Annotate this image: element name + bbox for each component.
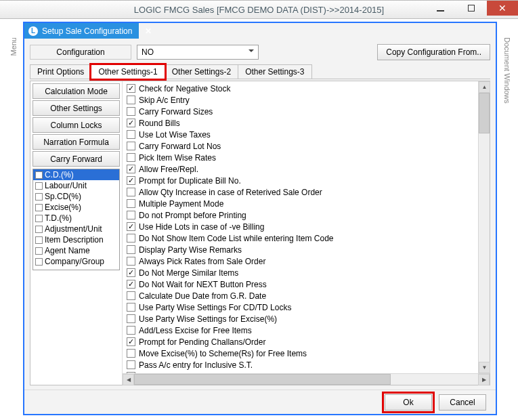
checklist-row[interactable]: Pick Item Wise Rates [127, 152, 488, 163]
checklist-row[interactable]: Allow Free/Repl. [127, 163, 488, 175]
checklist-row[interactable]: Use Hide Lots in case of -ve Billing [127, 221, 488, 232]
checklist-label: Use Party Wise Settings for Excise(%) [139, 314, 277, 324]
checkbox-icon[interactable] [127, 234, 135, 243]
checkbox-icon[interactable] [35, 182, 43, 190]
carry-forward-item[interactable]: C.D.(%) [33, 169, 119, 180]
checklist-row[interactable]: Add/Less Excise for Free Items [127, 324, 488, 336]
checklist-row[interactable]: Carry Forward Sizes [127, 106, 488, 117]
checkbox-icon[interactable] [127, 326, 135, 335]
checkbox-icon[interactable] [127, 119, 135, 127]
checklist-row[interactable]: Use Party Wise Settings for Excise(%) [127, 313, 488, 324]
close-button[interactable]: ✕ [487, 1, 518, 16]
checkbox-icon[interactable] [35, 215, 43, 222]
scroll-down-icon[interactable]: ▼ [479, 362, 490, 373]
checklist-row[interactable]: Do not Prompt before Printing [127, 209, 488, 221]
checkbox-icon[interactable] [127, 291, 135, 300]
checklist-row[interactable]: Use Lot Wise Taxes [127, 129, 488, 140]
checkbox-icon[interactable] [127, 165, 135, 173]
checklist-row[interactable]: Do Not Merge Similar Items [127, 267, 488, 278]
checkbox-icon[interactable] [127, 84, 135, 93]
carry-forward-item[interactable]: Sp.CD(%) [33, 191, 119, 202]
checkbox-icon[interactable] [127, 280, 135, 289]
carry-forward-item-label: Sp.CD(%) [45, 192, 81, 201]
checkbox-icon[interactable] [127, 303, 135, 312]
checkbox-icon[interactable] [127, 360, 135, 369]
checkbox-icon[interactable] [35, 236, 43, 244]
carry-forward-item[interactable]: Adjustment/Unit [33, 224, 119, 234]
checkbox-icon[interactable] [127, 130, 135, 139]
checkbox-icon[interactable] [127, 222, 135, 231]
tab-print-options[interactable]: Print Options [30, 64, 91, 79]
carry-forward-item[interactable]: Item Description [33, 234, 119, 245]
ok-button[interactable]: Ok [385, 394, 432, 411]
carry-forward-button[interactable]: Carry Forward [33, 151, 120, 167]
tab-other-settings-1[interactable]: Other Settings-1 [91, 64, 165, 79]
document-tab[interactable]: L Setup Sale Configuration [24, 23, 139, 39]
carry-forward-item[interactable]: Labour/Unit [33, 180, 119, 191]
checkbox-icon[interactable] [127, 176, 135, 185]
checklist-row[interactable]: Multiple Payment Mode [127, 198, 488, 209]
tab-other-settings-2[interactable]: Other Settings-2 [165, 64, 238, 79]
scroll-thumb[interactable] [479, 93, 490, 133]
checkbox-icon[interactable] [35, 226, 43, 233]
checkbox-icon[interactable] [127, 96, 135, 104]
checklist-label: Prompt for Pending Challans/Order [139, 337, 265, 347]
carry-forward-item[interactable]: Excise(%) [33, 202, 119, 213]
checkbox-icon[interactable] [127, 211, 135, 219]
checkbox-icon[interactable] [127, 153, 135, 162]
checklist-row[interactable]: Do Not Show Item Code List while enterin… [127, 232, 488, 244]
checkbox-icon[interactable] [35, 193, 43, 201]
checklist-row[interactable]: Move Excise(%) to Scheme(Rs) for Free It… [127, 348, 488, 359]
minimize-button[interactable] [425, 1, 456, 16]
calculation-mode-button[interactable]: Calculation Mode [33, 83, 120, 99]
checklist-row[interactable]: Use Party Wise Settings For CD/TD Locks [127, 301, 488, 313]
checkbox-icon[interactable] [35, 204, 43, 211]
checkbox-icon[interactable] [127, 188, 135, 196]
checkbox-icon[interactable] [127, 142, 135, 150]
checkbox-icon[interactable] [127, 199, 135, 208]
checkbox-icon[interactable] [127, 257, 135, 266]
checklist-row[interactable]: Pass A/c entry for Inclusive S.T. [127, 359, 488, 371]
checklist-row[interactable]: Prompt for Pending Challans/Order [127, 336, 488, 348]
checkbox-icon[interactable] [127, 314, 135, 323]
checkbox-icon[interactable] [35, 171, 43, 179]
checklist-row[interactable]: Always Pick Rates from Sale Order [127, 255, 488, 267]
scroll-right-icon[interactable]: ▶ [478, 374, 490, 385]
carry-forward-list[interactable]: C.D.(%)Labour/UnitSp.CD(%)Excise(%)T.D.(… [33, 169, 120, 270]
copy-configuration-button[interactable]: Copy Configuration From.. [377, 44, 490, 60]
other-settings-button[interactable]: Other Settings [33, 100, 120, 116]
checklist-row[interactable]: Skip A/c Entry [127, 94, 488, 106]
configuration-combo[interactable]: NO [137, 45, 259, 60]
checklist-row[interactable]: Round Bills [127, 117, 488, 129]
checkbox-icon[interactable] [127, 107, 135, 116]
checkbox-icon[interactable] [35, 258, 43, 266]
maximize-button[interactable] [456, 1, 487, 16]
checkbox-icon[interactable] [127, 268, 135, 277]
narration-formula-button[interactable]: Narration Formula [33, 134, 120, 150]
menu-side-label[interactable]: Menu [9, 37, 18, 56]
checkbox-icon[interactable] [127, 337, 135, 346]
checklist-row[interactable]: Calculate Due Date from G.R. Date [127, 290, 488, 301]
checklist-row[interactable]: Do Not Wait for NEXT Button Press [127, 278, 488, 290]
carry-forward-item[interactable]: Agent Name [33, 245, 119, 256]
scroll-left-icon[interactable]: ◀ [123, 374, 134, 385]
checklist-row[interactable]: Display Party Wise Remarks [127, 244, 488, 255]
checklist-row[interactable]: Prompt for Duplicate Bill No. [127, 175, 488, 186]
cancel-button[interactable]: Cancel [439, 394, 486, 411]
tab-other-settings-3[interactable]: Other Settings-3 [238, 64, 311, 79]
checkbox-icon[interactable] [35, 247, 43, 255]
checkbox-icon[interactable] [127, 245, 135, 254]
checklist-row[interactable]: Allow Qty Increase in case of Reterived … [127, 186, 488, 198]
vertical-scrollbar[interactable]: ▲ ▼ [478, 81, 490, 373]
carry-forward-item[interactable]: T.D.(%) [33, 213, 119, 224]
carry-forward-item[interactable]: Company/Group [33, 256, 119, 267]
document-tab-close[interactable]: ✕ [139, 23, 157, 39]
checkbox-icon[interactable] [127, 349, 135, 358]
column-locks-button[interactable]: Column Locks [33, 117, 120, 133]
checklist-row[interactable]: Carry Forward Lot Nos [127, 140, 488, 152]
horizontal-scrollbar[interactable]: ◀ ▶ [123, 373, 490, 385]
checklist-row[interactable]: Check for Negative Stock [127, 83, 488, 94]
scroll-up-icon[interactable]: ▲ [479, 81, 490, 93]
document-windows-side-label[interactable]: Document Windows [503, 37, 511, 104]
hscroll-thumb[interactable] [134, 374, 391, 385]
